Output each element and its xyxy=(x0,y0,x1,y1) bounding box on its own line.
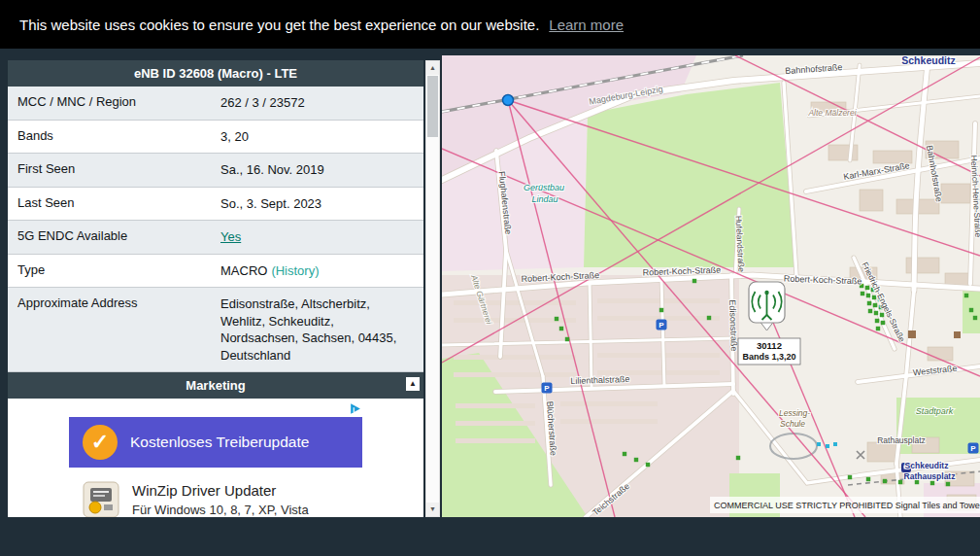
svg-text:P: P xyxy=(544,384,550,393)
svg-text:Lessing-: Lessing- xyxy=(779,408,810,418)
row-value: Edisonstraße, Altscherbitz, Wehlitz, Sch… xyxy=(220,288,423,371)
history-link[interactable]: (History) xyxy=(271,263,319,278)
table-row: Approximate Address Edisonstraße, Altsch… xyxy=(8,288,423,372)
endc-yes-link[interactable]: Yes xyxy=(220,229,241,244)
svg-text:COMMERCIAL USE STRICTLY PROHIB: COMMERCIAL USE STRICTLY PROHIBITED Signa… xyxy=(714,501,980,510)
advertisement: i ✓ Kostenloses Treiberupdate xyxy=(8,399,423,517)
row-label: Bands xyxy=(8,121,220,154)
ad-product-subtitle: Für Windows 10, 8, 7, XP, Vista xyxy=(132,503,309,517)
svg-text:Stadtpark: Stadtpark xyxy=(916,406,954,416)
row-value: Sa., 16. Nov. 2019 xyxy=(220,154,423,187)
row-label: Approximate Address xyxy=(8,288,220,371)
marketing-header: Marketing ▲ xyxy=(8,372,423,399)
svg-text:Rathausplatz: Rathausplatz xyxy=(877,435,926,445)
svg-text:Robert-Koch-Straße: Robert-Koch-Straße xyxy=(784,274,862,287)
scroll-up-button[interactable]: ▲ xyxy=(426,61,439,75)
svg-text:P: P xyxy=(659,321,664,330)
map-attribution: COMMERCIAL USE STRICTLY PROHIBITED Signa… xyxy=(710,497,980,513)
ad-check-icon: ✓ xyxy=(83,425,118,460)
cell-tower-marker[interactable] xyxy=(749,282,785,330)
table-row: MCC / MNC / Region 262 / 3 / 23572 xyxy=(8,87,423,121)
learn-more-link[interactable]: Learn more xyxy=(549,17,624,33)
svg-text:Alte Mälzerei: Alte Mälzerei xyxy=(807,108,857,118)
row-value: 3, 20 xyxy=(220,121,423,154)
tower-bands: Bands 1,3,20 xyxy=(742,352,795,362)
collapse-section-button[interactable]: ▲ xyxy=(406,377,420,391)
table-row: Bands 3, 20 xyxy=(8,121,423,155)
scrollbar-thumb[interactable] xyxy=(427,76,438,137)
svg-text:Lilienthalstraße: Lilienthalstraße xyxy=(570,374,629,386)
ad-banner-text: Kostenloses Treiberupdate xyxy=(130,434,309,451)
cookie-banner: This website uses cookies to ensure you … xyxy=(0,0,980,49)
row-value: So., 3. Sept. 2023 xyxy=(220,188,423,221)
svg-text:Weststraße: Weststraße xyxy=(912,364,958,378)
winzip-app-icon xyxy=(83,481,119,517)
x-marker xyxy=(857,451,864,459)
tower-info-panel: eNB ID 32608 (Macro) - LTE MCC / MNC / R… xyxy=(0,49,442,517)
row-label: MCC / MNC / Region xyxy=(8,87,220,120)
scroll-down-button[interactable]: ▼ xyxy=(426,503,439,516)
row-label: 5G ENDC Available xyxy=(8,221,220,254)
row-value: 262 / 3 / 23572 xyxy=(220,87,423,120)
svg-text:i: i xyxy=(353,405,355,414)
table-row: 5G ENDC Available Yes xyxy=(8,221,423,255)
adchoices-icon[interactable]: i xyxy=(348,401,362,416)
location-dot-marker[interactable] xyxy=(503,95,514,106)
svg-text:P: P xyxy=(970,444,976,453)
ad-product-name[interactable]: WinZip Driver Updater xyxy=(132,482,309,499)
table-row: Last Seen So., 3. Sept. 2023 xyxy=(8,188,423,222)
svg-text:Edisonstraße: Edisonstraße xyxy=(727,299,739,351)
svg-text:Lindau: Lindau xyxy=(531,194,558,204)
row-value: MACRO xyxy=(220,263,267,278)
svg-text:Friedrich-Engels-Straße: Friedrich-Engels-Straße xyxy=(860,261,907,344)
ad-banner[interactable]: ✓ Kostenloses Treiberupdate xyxy=(69,417,362,468)
svg-text:Schkeuditz: Schkeuditz xyxy=(901,55,955,66)
row-label: First Seen xyxy=(8,154,220,187)
map[interactable]: PPP BahnhofstraßeSchkeuditzMagdeburg-Lei… xyxy=(442,55,980,517)
tower-label: 30112 Bands 1,3,20 xyxy=(738,338,800,365)
svg-text:Schkeuditz: Schkeuditz xyxy=(905,461,949,470)
cookie-text: This website uses cookies to ensure you … xyxy=(19,17,539,33)
panel-scrollbar[interactable]: ▲ ▼ xyxy=(425,60,440,517)
table-row: First Seen Sa., 16. Nov. 2019 xyxy=(8,154,423,188)
table-row: Type MACRO(History) xyxy=(8,255,423,289)
tower-id: 30112 xyxy=(757,340,782,351)
row-label: Type xyxy=(8,255,220,288)
panel-title: eNB ID 32608 (Macro) - LTE xyxy=(8,60,423,87)
svg-text:Rathausplatz: Rathausplatz xyxy=(904,471,956,481)
svg-text:Schule: Schule xyxy=(780,419,805,429)
svg-text:Gerüstbau: Gerüstbau xyxy=(524,183,564,192)
row-label: Last Seen xyxy=(8,188,220,221)
